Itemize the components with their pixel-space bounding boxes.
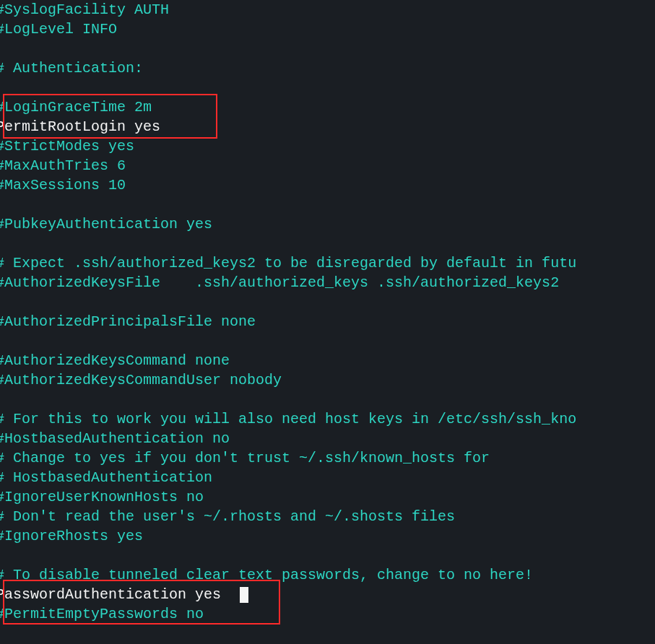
text-cursor	[240, 587, 248, 603]
config-line: PasswordAuthentication yes	[0, 585, 221, 604]
config-line: PermitRootLogin yes	[0, 117, 160, 136]
config-line: #AuthorizedKeysFile .ssh/authorized_keys…	[0, 273, 559, 292]
config-line: #IgnoreRhosts yes	[0, 526, 143, 546]
config-line: #AuthorizedKeysCommand none	[0, 351, 230, 370]
config-line: #IgnoreUserKnownHosts no	[0, 487, 204, 507]
config-line: # Expect .ssh/authorized_keys2 to be dis…	[0, 253, 576, 273]
config-line: #HostbasedAuthentication no	[0, 429, 230, 448]
config-line: #SyslogFacility AUTH	[0, 0, 169, 19]
config-line: # Don't read the user's ~/.rhosts and ~/…	[0, 507, 455, 526]
config-line: # HostbasedAuthentication	[0, 468, 212, 487]
config-line: #LogLevel INFO	[0, 19, 117, 39]
config-line: #StrictModes yes	[0, 136, 134, 156]
config-line: # Authentication:	[0, 58, 143, 78]
config-line: #PubkeyAuthentication yes	[0, 214, 212, 234]
config-line: #AuthorizedPrincipalsFile none	[0, 312, 256, 331]
config-line: #MaxSessions 10	[0, 175, 126, 195]
config-line: #LoginGraceTime 2m	[0, 97, 152, 117]
config-line: # Change to yes if you don't trust ~/.ss…	[0, 448, 490, 468]
config-line: # For this to work you will also need ho…	[0, 409, 576, 429]
terminal[interactable]: #SyslogFacility AUTH#LogLevel INFO# Auth…	[0, 0, 655, 644]
config-line: #AuthorizedKeysCommandUser nobody	[0, 370, 282, 390]
config-line: #MaxAuthTries 6	[0, 156, 126, 175]
config-line: #PermitEmptyPasswords no	[0, 604, 204, 624]
config-line: # To disable tunneled clear text passwor…	[0, 565, 533, 585]
